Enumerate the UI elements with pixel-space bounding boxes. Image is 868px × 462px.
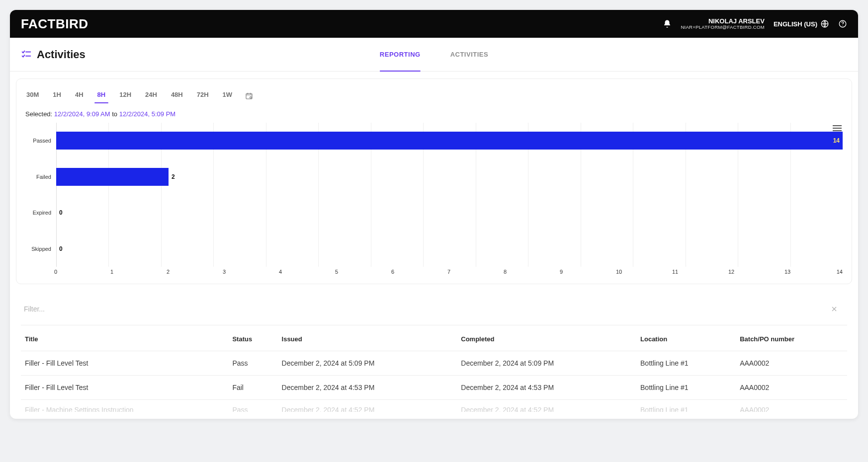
x-tick: 2 xyxy=(167,269,223,275)
x-tick: 11 xyxy=(672,269,728,275)
chart: Passed Failed Expired Skipped 14200 0123… xyxy=(25,123,843,275)
globe-icon xyxy=(820,19,829,28)
cell-batch: AAA0002 xyxy=(736,351,847,376)
x-tick: 8 xyxy=(504,269,560,275)
svg-point-2 xyxy=(842,25,843,26)
time-range-tabs: 30M 1H 4H 8H 12H 24H 48H 72H 1W xyxy=(25,85,843,103)
bar[interactable]: 14 xyxy=(56,132,843,150)
range-4h[interactable]: 4H xyxy=(74,88,85,103)
cell-completed: December 2, 2024 at 4:53 PM xyxy=(457,376,636,400)
user-email: NIAR+PLATFORM@FACTBIRD.COM xyxy=(681,25,765,30)
bar-row: 2 xyxy=(56,159,843,195)
table-row[interactable]: Filler - Fill Level TestFailDecember 2, … xyxy=(21,376,847,400)
col-batch[interactable]: Batch/PO number xyxy=(736,327,847,351)
activities-icon xyxy=(21,49,32,60)
cell-title: Filler - Machine Settings Instruction xyxy=(21,400,228,412)
col-title[interactable]: Title xyxy=(21,327,228,351)
range-48h[interactable]: 48H xyxy=(170,88,184,103)
bar-row: 14 xyxy=(56,123,843,159)
table-header-row: Title Status Issued Completed Location B… xyxy=(21,327,847,351)
selected-from[interactable]: 12/2/2024, 9:09 AM xyxy=(54,110,110,118)
bar-value: 2 xyxy=(172,173,175,180)
calendar-icon[interactable] xyxy=(245,92,253,100)
range-30m[interactable]: 30M xyxy=(25,88,40,103)
bar-value: 14 xyxy=(833,137,840,144)
range-1w[interactable]: 1W xyxy=(222,88,234,103)
x-tick: 6 xyxy=(391,269,447,275)
cell-completed: December 2, 2024 at 5:09 PM xyxy=(457,351,636,376)
language-label: ENGLISH (US) xyxy=(774,20,817,28)
notifications-icon[interactable] xyxy=(663,19,672,28)
tab-reporting[interactable]: REPORTING xyxy=(380,38,421,71)
cell-batch: AAA0002 xyxy=(736,376,847,400)
x-tick: 12 xyxy=(728,269,784,275)
x-tick: 9 xyxy=(560,269,616,275)
cell-issued: December 2, 2024 at 5:09 PM xyxy=(278,351,457,376)
tab-activities[interactable]: ACTIVITIES xyxy=(450,38,489,71)
logo[interactable]: FACTBIRD xyxy=(21,16,88,32)
bar[interactable] xyxy=(56,168,169,186)
selected-prefix: Selected: xyxy=(25,110,52,118)
col-status[interactable]: Status xyxy=(228,327,277,351)
cell-status: Fail xyxy=(228,376,277,400)
cell-issued: December 2, 2024 at 4:53 PM xyxy=(278,376,457,400)
table-row[interactable]: Filler - Fill Level TestPassDecember 2, … xyxy=(21,351,847,376)
svg-point-6 xyxy=(250,96,252,98)
selected-mid: to xyxy=(112,110,117,118)
chart-x-axis: 01234567891011121314 xyxy=(56,269,843,275)
table-row[interactable]: Filler - Machine Settings InstructionPas… xyxy=(21,400,847,412)
bar-value: 0 xyxy=(59,209,63,216)
bar-row: 0 xyxy=(56,195,843,231)
col-issued[interactable]: Issued xyxy=(278,327,457,351)
language-selector[interactable]: ENGLISH (US) xyxy=(774,19,829,28)
x-tick: 10 xyxy=(616,269,672,275)
cell-location: Bottling Line #1 xyxy=(636,351,736,376)
filter-row xyxy=(21,299,847,325)
cell-completed: December 2, 2024 at 4:52 PM xyxy=(457,400,636,412)
filter-input[interactable] xyxy=(23,302,825,316)
y-label-failed: Failed xyxy=(25,159,56,195)
logo-text: FACTBIRD xyxy=(21,16,88,32)
user-name: NIKOLAJ ARSLEV xyxy=(681,18,765,25)
page-title: Activities xyxy=(37,48,86,61)
topbar: FACTBIRD NIKOLAJ ARSLEV NIAR+PLATFORM@FA… xyxy=(10,10,858,38)
cell-location: Bottling Line #1 xyxy=(636,400,736,412)
range-1h[interactable]: 1H xyxy=(52,88,62,103)
range-12h[interactable]: 12H xyxy=(118,88,132,103)
chart-card: 30M 1H 4H 8H 12H 24H 48H 72H 1W Selected… xyxy=(16,78,852,284)
y-label-passed: Passed xyxy=(25,123,56,159)
table-card: Title Status Issued Completed Location B… xyxy=(16,291,852,412)
x-tick: 7 xyxy=(447,269,504,275)
x-tick: 1314 xyxy=(784,269,841,275)
cell-issued: December 2, 2024 at 4:52 PM xyxy=(278,400,457,412)
page-tabs: REPORTING ACTIVITIES xyxy=(380,38,488,71)
clear-filter-icon[interactable] xyxy=(830,305,838,313)
x-tick: 3 xyxy=(223,269,279,275)
x-tick: 4 xyxy=(279,269,335,275)
x-tick: 5 xyxy=(335,269,391,275)
range-72h[interactable]: 72H xyxy=(196,88,210,103)
selected-to[interactable]: 12/2/2024, 5:09 PM xyxy=(119,110,175,118)
range-24h[interactable]: 24H xyxy=(144,88,158,103)
cell-title: Filler - Fill Level Test xyxy=(21,351,228,376)
cell-status: Pass xyxy=(228,400,277,412)
range-8h[interactable]: 8H xyxy=(96,88,107,103)
cell-title: Filler - Fill Level Test xyxy=(21,376,228,400)
x-tick: 0 xyxy=(54,269,110,275)
chart-y-labels: Passed Failed Expired Skipped xyxy=(25,123,56,267)
bar-value: 0 xyxy=(59,245,63,252)
help-icon[interactable] xyxy=(838,19,847,28)
cell-batch: AAA0002 xyxy=(736,400,847,412)
cell-status: Pass xyxy=(228,351,277,376)
results-table: Title Status Issued Completed Location B… xyxy=(21,327,847,412)
selected-range: Selected: 12/2/2024, 9:09 AM to 12/2/202… xyxy=(25,110,843,118)
y-label-skipped: Skipped xyxy=(25,231,56,267)
user-block[interactable]: NIKOLAJ ARSLEV NIAR+PLATFORM@FACTBIRD.CO… xyxy=(681,18,765,30)
bar-row: 0 xyxy=(56,231,843,267)
y-label-expired: Expired xyxy=(25,195,56,231)
cell-location: Bottling Line #1 xyxy=(636,376,736,400)
x-tick: 1 xyxy=(110,269,167,275)
col-location[interactable]: Location xyxy=(636,327,736,351)
col-completed[interactable]: Completed xyxy=(457,327,636,351)
subheader: Activities REPORTING ACTIVITIES xyxy=(10,38,858,72)
